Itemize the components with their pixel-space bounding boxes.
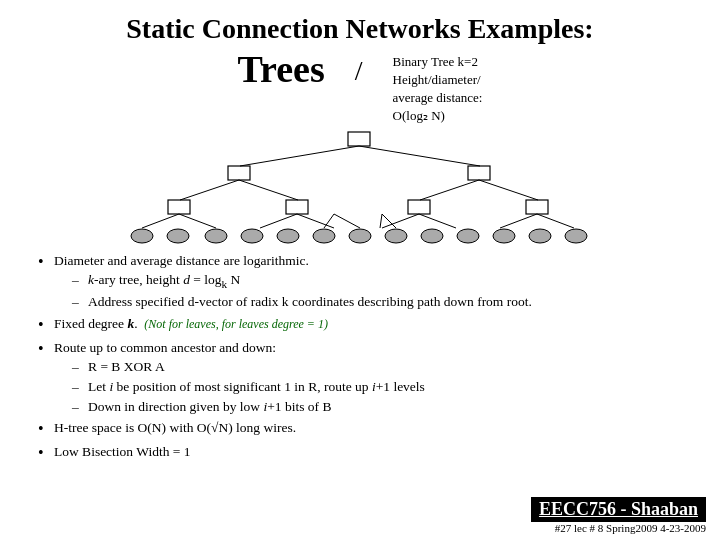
svg-rect-0 xyxy=(348,132,370,146)
bullet-4-text: H-tree space is O(N) with O(√N) long wir… xyxy=(54,420,296,435)
bullet-1-content: Diameter and average distance are logari… xyxy=(54,251,692,312)
svg-line-5 xyxy=(180,180,239,200)
subtitle-row: Trees / Binary Tree k=2 Height/diameter/… xyxy=(28,47,692,126)
svg-line-18 xyxy=(419,214,456,228)
bullet-2-note: (Not for leaves, for leaves degree = 1) xyxy=(144,317,328,331)
svg-rect-3 xyxy=(228,166,250,180)
svg-point-32 xyxy=(529,229,551,243)
bullet-dot-2: • xyxy=(38,313,54,336)
svg-rect-4 xyxy=(468,166,490,180)
bullet-3-text: Route up to common ancestor and down: xyxy=(54,340,276,355)
svg-rect-10 xyxy=(286,200,308,214)
svg-line-36 xyxy=(380,214,382,228)
svg-point-24 xyxy=(241,229,263,243)
info-box: Binary Tree k=2 Height/diameter/ average… xyxy=(393,53,483,126)
svg-point-27 xyxy=(349,229,371,243)
sub-1b-text: Address specified d-vector of radix k co… xyxy=(88,292,532,312)
bullet-dot-1: • xyxy=(38,250,54,273)
svg-point-29 xyxy=(421,229,443,243)
sub-1a-text: k-ary tree, height d = logk N xyxy=(88,270,240,292)
footer-title: EECC756 - Shaaban xyxy=(531,497,706,522)
svg-line-19 xyxy=(500,214,537,228)
sub-1b: – Address specified d-vector of radix k … xyxy=(72,292,692,312)
bullet-5-content: Low Bisection Width = 1 xyxy=(54,442,692,462)
bullet-1: • Diameter and average distance are loga… xyxy=(38,251,692,312)
bullet-2-content: Fixed degree k. (Not for leaves, for lea… xyxy=(54,314,692,334)
slash-divider: / xyxy=(355,55,363,87)
svg-rect-12 xyxy=(526,200,548,214)
svg-point-30 xyxy=(457,229,479,243)
svg-line-20 xyxy=(537,214,574,228)
sub-3a: – R = B XOR A xyxy=(72,357,692,377)
sub-3c: – Down in direction given by low i+1 bit… xyxy=(72,397,692,417)
svg-line-15 xyxy=(260,214,297,228)
bullet-2: • Fixed degree k. (Not for leaves, for l… xyxy=(38,314,692,336)
svg-line-2 xyxy=(359,146,480,166)
bullet-4: • H-tree space is O(N) with O(√N) long w… xyxy=(38,418,692,440)
sub-3b-text: Let i be position of most significant 1 … xyxy=(88,377,425,397)
bullet-3: • Route up to common ancestor and down: … xyxy=(38,338,692,416)
bullet-dot-5: • xyxy=(38,441,54,464)
svg-rect-11 xyxy=(408,200,430,214)
svg-rect-9 xyxy=(168,200,190,214)
sub-3c-text: Down in direction given by low i+1 bits … xyxy=(88,397,332,417)
sub-3a-text: R = B XOR A xyxy=(88,357,165,377)
bullet-5-text: Low Bisection Width = 1 xyxy=(54,444,191,459)
title-section: Static Connection Networks Examples: Tre… xyxy=(28,14,692,126)
svg-point-31 xyxy=(493,229,515,243)
svg-line-1 xyxy=(240,146,359,166)
footer-sub: #27 lec # 8 Spring2009 4-23-2009 xyxy=(531,522,706,534)
svg-line-13 xyxy=(142,214,179,228)
main-title: Static Connection Networks Examples: xyxy=(28,14,692,45)
svg-point-33 xyxy=(565,229,587,243)
bullet-4-content: H-tree space is O(N) with O(√N) long wir… xyxy=(54,418,692,438)
bullets-section: • Diameter and average distance are loga… xyxy=(38,251,692,465)
bullet-dot-4: • xyxy=(38,417,54,440)
bullet-3-content: Route up to common ancestor and down: – … xyxy=(54,338,692,416)
svg-line-35 xyxy=(334,214,360,228)
tree-diagram xyxy=(28,130,692,245)
svg-point-26 xyxy=(313,229,335,243)
svg-point-25 xyxy=(277,229,299,243)
svg-line-8 xyxy=(479,180,538,200)
svg-point-21 xyxy=(131,229,153,243)
svg-line-7 xyxy=(420,180,479,200)
bullet-2-text: Fixed degree k. xyxy=(54,316,144,331)
footer: EECC756 - Shaaban #27 lec # 8 Spring2009… xyxy=(531,497,706,534)
sub-1a: – k-ary tree, height d = logk N xyxy=(72,270,692,292)
slide: Static Connection Networks Examples: Tre… xyxy=(0,0,720,540)
subtitle-trees: Trees xyxy=(238,47,325,91)
svg-point-22 xyxy=(167,229,189,243)
sub-3b: – Let i be position of most significant … xyxy=(72,377,692,397)
svg-line-14 xyxy=(179,214,216,228)
svg-line-6 xyxy=(239,180,298,200)
bullet-5: • Low Bisection Width = 1 xyxy=(38,442,692,464)
bullet-dot-3: • xyxy=(38,337,54,360)
svg-line-37 xyxy=(382,214,396,228)
bullet-1-text: Diameter and average distance are logari… xyxy=(54,253,309,268)
svg-point-28 xyxy=(385,229,407,243)
svg-line-17 xyxy=(382,214,419,228)
svg-point-23 xyxy=(205,229,227,243)
